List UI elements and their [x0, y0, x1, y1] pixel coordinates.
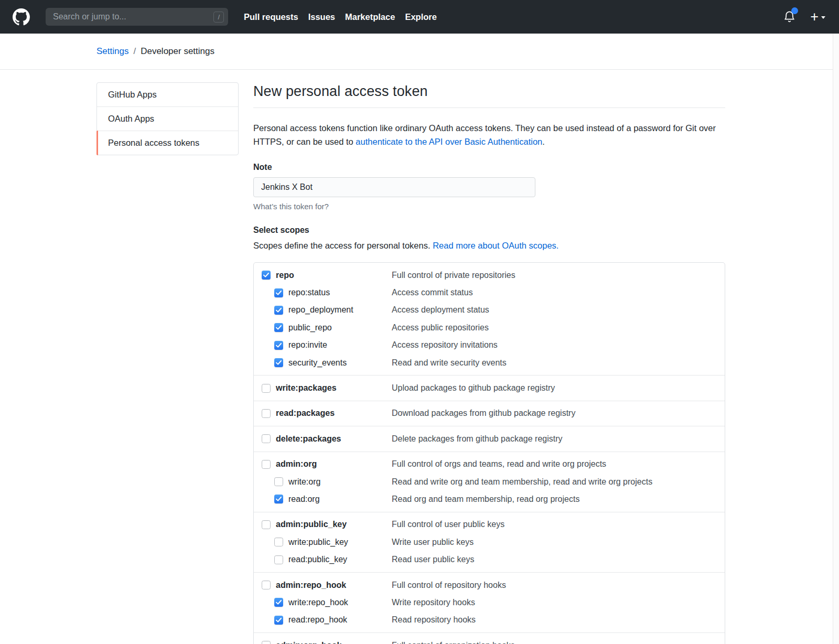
checkbox-admin-repo-hook[interactable] [262, 581, 271, 589]
scope-description: Upload packages to github package regist… [392, 383, 555, 393]
scope-description: Full control of repository hooks [392, 581, 506, 590]
scope-label-cell: read:org [262, 495, 392, 504]
scope-label-cell: repo [262, 271, 392, 280]
checkbox-repo-status[interactable] [274, 288, 283, 297]
checkbox-read-public-key[interactable] [274, 555, 283, 564]
scope-group: admin:repo_hookFull control of repositor… [254, 572, 725, 632]
scope-label-cell: write:org [262, 477, 392, 487]
scope-name: write:repo_hook [288, 598, 348, 607]
notification-dot [791, 7, 798, 14]
select-scopes-label: Select scopes [253, 226, 725, 235]
note-label: Note [253, 163, 725, 172]
scope-row-admin-public-key: admin:public_keyFull control of user pub… [254, 516, 725, 533]
scope-description: Write user public keys [392, 538, 474, 547]
nav-marketplace[interactable]: Marketplace [345, 12, 395, 22]
scope-name: admin:org_hook [276, 641, 341, 644]
scope-row-write-packages: write:packagesUpload packages to github … [254, 379, 725, 396]
header-right: + [783, 10, 825, 24]
scope-name: repo:invite [288, 340, 327, 350]
checkbox-write-public-key[interactable] [274, 538, 283, 546]
scope-row-admin-org: admin:orgFull control of orgs and teams,… [254, 456, 725, 473]
sidebar-item-oauth-apps[interactable]: OAuth Apps [97, 107, 238, 131]
page: / Pull requestsIssuesMarketplaceExplore … [0, 0, 839, 644]
scope-row-admin-org-hook: admin:org_hookFull control of organizati… [254, 637, 725, 644]
scopes-desc-text: Scopes define the access for personal to… [253, 241, 433, 250]
scope-name: repo_deployment [288, 305, 353, 315]
checkbox-read-packages[interactable] [262, 409, 271, 418]
scope-name: repo [276, 271, 294, 280]
scope-description: Access public repositories [392, 323, 489, 332]
scope-description: Read repository hooks [392, 615, 476, 625]
scope-description: Full control of organization hooks [392, 641, 515, 644]
basic-auth-link[interactable]: authenticate to the API over Basic Authe… [356, 137, 542, 146]
checkbox-repo[interactable] [262, 271, 271, 280]
scope-description: Read and write security events [392, 358, 507, 368]
checkbox-read-org[interactable] [274, 495, 283, 503]
vertical-scrollbar[interactable] [833, 34, 839, 644]
nav-pull-requests[interactable]: Pull requests [244, 12, 298, 22]
note-input[interactable] [253, 177, 535, 197]
breadcrumb-current: Developer settings [141, 46, 214, 57]
breadcrumb-settings-link[interactable]: Settings [96, 46, 128, 57]
checkbox-repo-invite[interactable] [274, 341, 283, 350]
scope-description: Full control of user public keys [392, 520, 504, 529]
scope-name: security_events [288, 358, 347, 368]
checkbox-admin-org[interactable] [262, 460, 271, 469]
scope-description: Read and write org and team membership, … [392, 477, 652, 487]
main-nav: Pull requestsIssuesMarketplaceExplore [244, 12, 437, 22]
scope-description: Full control of private repositories [392, 271, 515, 280]
checkbox-write-repo-hook[interactable] [274, 598, 283, 607]
checkbox-write-packages[interactable] [262, 384, 271, 393]
nav-explore[interactable]: Explore [405, 12, 437, 22]
scope-description: Read org and team membership, read org p… [392, 495, 579, 504]
scope-name: admin:repo_hook [276, 581, 346, 590]
scope-name: delete:packages [276, 434, 341, 444]
breadcrumb: Settings / Developer settings [96, 46, 214, 57]
checkbox-read-repo-hook[interactable] [274, 616, 283, 625]
caret-down-icon [821, 16, 825, 19]
checkbox-admin-org-hook[interactable] [262, 641, 271, 644]
search-input[interactable] [52, 12, 213, 22]
sidebar-item-github-apps[interactable]: GitHub Apps [97, 83, 238, 107]
scopes-description: Scopes define the access for personal to… [253, 241, 725, 251]
sidebar: GitHub AppsOAuth AppsPersonal access tok… [96, 82, 239, 155]
scope-label-cell: write:repo_hook [262, 598, 392, 607]
checkbox-security-events[interactable] [274, 358, 283, 367]
checkmark-icon [276, 291, 282, 295]
scope-row-read-packages: read:packagesDownload packages from gith… [254, 405, 725, 422]
checkbox-write-org[interactable] [274, 477, 283, 486]
checkbox-delete-packages[interactable] [262, 434, 271, 443]
scope-description: Access commit status [392, 288, 473, 297]
scope-label-cell: write:packages [262, 383, 392, 393]
scope-description: Write repository hooks [392, 598, 475, 607]
scope-row-delete-packages: delete:packagesDelete packages from gith… [254, 430, 725, 447]
scope-label-cell: admin:public_key [262, 520, 392, 529]
checkbox-public-repo[interactable] [274, 323, 283, 332]
checkmark-icon [276, 325, 282, 330]
scopes-box: repoFull control of private repositories… [253, 262, 725, 644]
scope-name: public_repo [288, 323, 332, 332]
scope-description: Read user public keys [392, 555, 474, 564]
scope-row-write-org: write:orgRead and write org and team mem… [254, 473, 725, 490]
nav-issues[interactable]: Issues [308, 12, 335, 22]
scope-label-cell: repo_deployment [262, 305, 392, 315]
scope-row-read-public-key: read:public_keyRead user public keys [254, 551, 725, 568]
scope-group: repoFull control of private repositories… [254, 263, 725, 375]
checkmark-icon [263, 273, 269, 277]
scope-group: admin:org_hookFull control of organizati… [254, 632, 725, 644]
github-logo-icon[interactable] [13, 8, 30, 26]
checkmark-icon [276, 600, 282, 605]
oauth-scopes-link[interactable]: Read more about OAuth scopes. [433, 241, 558, 250]
header-search: / [46, 8, 228, 26]
scope-label-cell: repo:status [262, 288, 392, 297]
notifications-bell-icon[interactable] [783, 10, 797, 24]
checkmark-icon [276, 343, 282, 348]
sidebar-item-personal-access-tokens[interactable]: Personal access tokens [97, 131, 238, 155]
create-new-dropdown[interactable]: + [810, 10, 825, 24]
scope-row-read-org: read:orgRead org and team membership, re… [254, 490, 725, 508]
scope-group: delete:packagesDelete packages from gith… [254, 426, 725, 451]
checkmark-icon [276, 497, 282, 501]
checkbox-repo-deployment[interactable] [274, 306, 283, 315]
scope-row-repo-status: repo:statusAccess commit status [254, 284, 725, 301]
checkbox-admin-public-key[interactable] [262, 520, 271, 529]
